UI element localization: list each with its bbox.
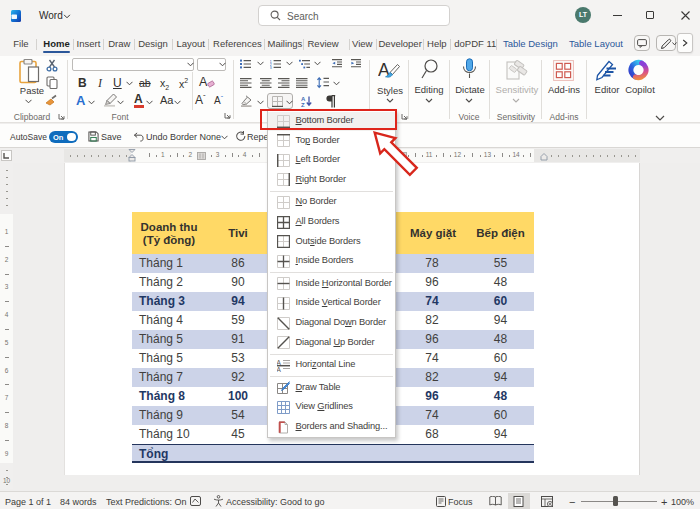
- svg-text:A: A: [301, 96, 306, 102]
- svg-text:A: A: [277, 366, 282, 372]
- svg-text:Z: Z: [301, 102, 305, 107]
- svg-text:A: A: [277, 359, 282, 366]
- svg-text:3: 3: [270, 65, 273, 69]
